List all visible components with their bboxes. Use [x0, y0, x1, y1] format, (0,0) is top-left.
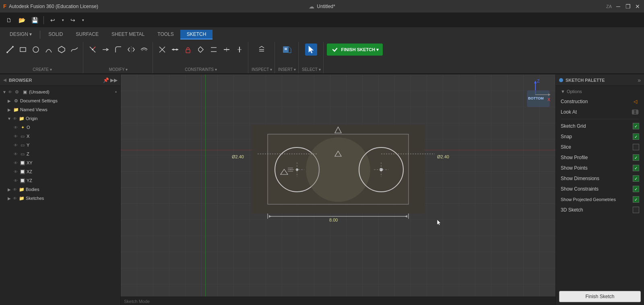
toggle-icon[interactable]: ▼ — [6, 116, 12, 121]
look-at-icon[interactable] — [631, 108, 639, 116]
show-constraints-checkbox[interactable]: ✓ — [633, 186, 639, 192]
gear-icon: ⚙ — [14, 89, 20, 95]
eye-icon[interactable]: 👁 — [13, 133, 19, 139]
offset-tool[interactable] — [138, 44, 150, 56]
constraints-label[interactable]: CONSTRAINTS ▾ — [185, 67, 217, 72]
browser-item-sketches[interactable]: ▶ 👁 📁 Sketches — [0, 194, 120, 203]
browser-collapse-icon[interactable]: ◀ — [3, 78, 6, 82]
trim-tool[interactable] — [87, 44, 99, 56]
fillet-tool[interactable] — [112, 44, 124, 56]
modify-label[interactable]: MODIFY ▾ — [109, 67, 128, 72]
browser-expand-btn[interactable]: ▶▶ — [111, 77, 117, 83]
3d-sketch-checkbox[interactable] — [633, 207, 639, 213]
eye-icon[interactable]: 👁 — [13, 160, 19, 166]
redo-button[interactable]: ↪ — [67, 15, 78, 26]
separator — [43, 16, 44, 24]
browser-item-named-views[interactable]: ▶ 📁 Named Views — [0, 105, 120, 114]
coincident-tool[interactable] — [156, 44, 168, 56]
open-button[interactable]: 📂 — [16, 15, 27, 26]
browser-item-xy[interactable]: 👁 🔲 XY — [0, 158, 120, 167]
lock-tool[interactable] — [182, 44, 194, 56]
item-label: X — [27, 134, 119, 139]
horizontal-tool[interactable] — [221, 44, 233, 56]
show-dimensions-checkbox[interactable]: ✓ — [633, 175, 639, 182]
equal-tool[interactable] — [195, 44, 207, 56]
eye-icon[interactable]: 👁 — [13, 151, 19, 157]
create-label[interactable]: CREATE ▾ — [33, 67, 52, 72]
eye-icon[interactable]: 👁 — [12, 116, 18, 121]
eye-icon[interactable]: 👁 — [12, 195, 18, 201]
show-points-checkbox[interactable]: ✓ — [633, 165, 639, 171]
arc-tool[interactable] — [43, 44, 55, 56]
snap-checkbox[interactable]: ✓ — [633, 133, 639, 140]
browser-pin-btn[interactable]: 📌 — [103, 77, 109, 83]
new-button[interactable]: 🗋 — [3, 15, 14, 26]
options-icon[interactable]: ● — [113, 89, 119, 95]
browser-item-z[interactable]: 👁 ▭ Z — [0, 149, 120, 158]
eye-icon[interactable]: 👁 — [13, 142, 19, 148]
parallel-tool[interactable] — [208, 44, 220, 56]
browser-item-bodies[interactable]: ▶ 👁 📁 Bodies — [0, 185, 120, 194]
viewcube[interactable]: Z BOTTOM X — [519, 79, 551, 111]
browser-item-doc-settings[interactable]: ▶ ⚙ Document Settings — [0, 96, 120, 105]
tab-sheet-metal[interactable]: SHEET METAL — [105, 30, 151, 39]
rectangle-tool[interactable] — [17, 44, 29, 56]
sketch-grid-checkbox[interactable]: ✓ — [633, 123, 639, 129]
eye-icon[interactable]: 👁 — [12, 187, 18, 192]
redo-dropdown[interactable]: ▾ — [80, 15, 86, 26]
browser-item-xz[interactable]: 👁 🔲 XZ — [0, 167, 120, 176]
sp-show-points-row: Show Points ✓ — [561, 163, 639, 173]
tab-solid[interactable]: SOLID — [42, 30, 69, 39]
eye-icon[interactable]: 👁 — [7, 89, 13, 95]
circle-tool[interactable] — [30, 44, 42, 56]
mirror-tool[interactable] — [125, 44, 137, 56]
user-icon: ZA — [606, 4, 612, 9]
tab-tools[interactable]: TOOLS — [151, 30, 180, 39]
close-button[interactable]: ✕ — [634, 3, 641, 10]
insert-label[interactable]: INSERT ▾ — [278, 67, 296, 72]
eye-icon[interactable]: 👁 — [13, 178, 19, 183]
browser-item-y[interactable]: 👁 ▭ Y — [0, 141, 120, 149]
tab-surface[interactable]: SURFACE — [69, 30, 105, 39]
undo-button[interactable]: ↩ — [47, 15, 58, 26]
eye-icon[interactable]: 👁 — [13, 124, 19, 130]
slice-checkbox[interactable] — [633, 144, 639, 150]
select-btn[interactable] — [305, 44, 317, 56]
toggle-icon[interactable]: ▼ — [2, 89, 7, 95]
finish-sketch-ribbon-btn[interactable]: FINISH SKETCH ▾ — [327, 44, 383, 56]
construction-icon[interactable]: ◁ — [631, 98, 639, 106]
vertical-tool[interactable] — [233, 44, 246, 56]
collinear-tool[interactable] — [169, 44, 181, 56]
eye-icon[interactable]: 👁 — [13, 169, 19, 174]
polygon-tool[interactable] — [56, 44, 68, 56]
undo-dropdown[interactable]: ▾ — [60, 15, 66, 26]
toggle-icon[interactable]: ▶ — [6, 107, 12, 112]
design-mode-btn[interactable]: DESIGN ▾ — [3, 30, 38, 39]
toggle-icon[interactable]: ▶ — [6, 98, 12, 104]
finish-sketch-button[interactable]: Finish Sketch — [559, 291, 641, 302]
browser-item-unsaved[interactable]: ▼ 👁 ⚙ ▣ (Unsaved) ● — [0, 87, 120, 96]
save-button[interactable]: 💾 — [29, 15, 40, 26]
tab-sketch[interactable]: SKETCH — [180, 30, 213, 39]
toggle-icon[interactable]: ▶ — [6, 187, 12, 192]
inspect-label[interactable]: INSPECT ▾ — [252, 67, 272, 72]
show-profile-checkbox[interactable]: ✓ — [633, 154, 639, 161]
extend-tool[interactable] — [99, 44, 111, 56]
browser-item-o[interactable]: 👁 ✦ O — [0, 123, 120, 132]
spline-tool[interactable] — [68, 44, 80, 56]
minimize-button[interactable]: ─ — [615, 3, 621, 10]
dim-bottom: 8.00 — [329, 218, 338, 222]
toggle-icon[interactable]: ▶ — [6, 195, 12, 201]
insert-btn[interactable] — [281, 44, 293, 56]
browser-item-yz[interactable]: 👁 🔲 YZ — [0, 176, 120, 185]
browser-item-x[interactable]: 👁 ▭ X — [0, 132, 120, 141]
browser-item-origin[interactable]: ▼ 👁 📁 Origin — [0, 114, 120, 123]
inspect-dropdown[interactable] — [255, 44, 268, 56]
sp-3d-sketch-row: 3D Sketch — [561, 205, 639, 215]
restore-button[interactable]: ❐ — [625, 3, 631, 10]
show-projected-checkbox[interactable]: ✓ — [633, 196, 639, 203]
line-tool[interactable] — [4, 44, 16, 56]
sp-expand-btn[interactable]: » — [638, 77, 641, 83]
viewport[interactable]: Ø2.40 Ø2.40 8.00 Z BOTTOM X — [121, 75, 555, 305]
select-label[interactable]: SELECT ▾ — [302, 67, 321, 72]
